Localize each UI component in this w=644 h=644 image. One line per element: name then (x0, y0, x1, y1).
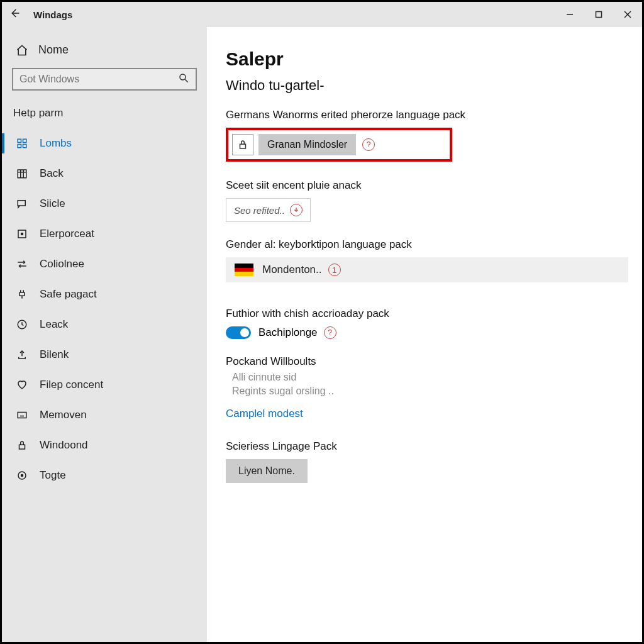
keyboard-language-row[interactable]: Mondenton.. 1 (226, 257, 628, 282)
calendar-icon (14, 168, 30, 179)
sidebar-item-label: Togte (40, 469, 66, 482)
sidebar: Nome Hetp parm Lombs Back Siicle (2, 27, 207, 642)
target-icon (14, 470, 30, 481)
section4-heading: Futhior with chish accrioaday pack (226, 308, 630, 320)
lock-icon (14, 440, 30, 451)
svg-rect-1 (596, 12, 602, 18)
maximize-button[interactable] (584, 2, 613, 27)
minimize-button[interactable] (555, 2, 584, 27)
home-button[interactable]: Nome (2, 40, 207, 63)
sidebar-item-siicle[interactable]: Siicle (2, 189, 207, 219)
sidebar-item-lombs[interactable]: Lombs (2, 128, 207, 158)
sidebar-item-label: Coliolnee (40, 258, 84, 270)
related-item[interactable]: Seo refited.. (226, 198, 311, 222)
search-icon (178, 72, 189, 86)
sidebar-section-header: Hetp parm (2, 102, 207, 128)
camplel-link[interactable]: Camplel modest (226, 408, 303, 420)
flag-de-icon (235, 264, 253, 276)
section3-heading: Gender al: keyborktipon language pack (226, 238, 630, 251)
section5-line2: Regints sugal orsling .. (232, 384, 630, 398)
related-label: Seo refited.. (234, 205, 285, 216)
sidebar-item-label: Siicle (40, 197, 65, 210)
clock-icon (14, 319, 30, 330)
sidebar-item-label: Elerporceat (40, 228, 94, 240)
section5-title: Pockand Willboults (226, 355, 630, 368)
page-subtitle: Windo tu-gartel- (226, 77, 630, 94)
sidebar-item-togte[interactable]: Togte (2, 460, 207, 491)
svg-rect-19 (18, 413, 26, 418)
sidebar-item-label: Windoond (40, 439, 88, 452)
svg-rect-14 (18, 201, 25, 206)
svg-rect-7 (23, 139, 26, 142)
highlighted-button[interactable]: Granan Mindosler (258, 134, 356, 155)
sidebar-item-leack[interactable]: Leack (2, 309, 207, 340)
liyen-button[interactable]: Liyen Nome. (226, 459, 308, 483)
svg-rect-6 (18, 139, 21, 142)
section6-title: Scieriess Lingage Pack (226, 440, 630, 453)
help-icon[interactable]: ? (324, 326, 336, 339)
plug-icon (14, 289, 30, 300)
home-icon (14, 44, 30, 57)
sidebar-item-label: Leack (40, 318, 68, 331)
highlighted-language-item[interactable]: Granan Mindosler ? (226, 128, 452, 162)
back-button[interactable] (2, 8, 27, 22)
svg-rect-27 (240, 144, 246, 148)
badge-icon: 1 (328, 264, 341, 276)
download-icon (290, 204, 303, 216)
svg-point-26 (21, 475, 23, 477)
chat-icon (14, 198, 30, 209)
sidebar-item-safe-pagact[interactable]: Safe pagact (2, 279, 207, 309)
sidebar-item-back[interactable]: Back (2, 158, 207, 189)
upload-icon (14, 349, 30, 360)
heart-icon (14, 379, 30, 391)
sidebar-item-label: Safe pagact (40, 288, 97, 301)
sidebar-item-memoven[interactable]: Memoven (2, 400, 207, 430)
svg-rect-24 (19, 445, 25, 449)
language-name: Mondenton.. (262, 264, 322, 276)
arrows-icon (14, 258, 30, 270)
sidebar-item-label: Filep concent (40, 379, 103, 391)
toggle-label: Bachiplonge (258, 326, 318, 339)
search-box[interactable] (12, 68, 197, 91)
section1-heading: Germans Wanorms erited pherorze language… (226, 109, 630, 121)
lock-icon (232, 134, 253, 155)
page-title: Salepr (226, 48, 630, 70)
square-dot-icon (14, 228, 30, 240)
sidebar-item-label: Memoven (40, 409, 87, 421)
help-icon[interactable]: ? (362, 138, 375, 151)
sidebar-item-coliolnee[interactable]: Coliolnee (2, 249, 207, 279)
sidebar-item-elerporceat[interactable]: Elerporceat (2, 219, 207, 249)
keyboard-icon (14, 409, 30, 421)
sidebar-item-label: Back (40, 167, 64, 180)
sidebar-item-label: Lombs (40, 137, 72, 150)
svg-rect-17 (19, 292, 25, 296)
svg-rect-8 (18, 145, 21, 148)
sidebar-item-filep-concent[interactable]: Filep concent (2, 370, 207, 400)
grid-icon (14, 138, 30, 149)
svg-point-16 (21, 233, 23, 235)
sidebar-item-windoond[interactable]: Windoond (2, 430, 207, 460)
section5-line1: Alli cinnute sid (232, 370, 630, 384)
svg-line-5 (185, 79, 188, 82)
close-button[interactable] (613, 2, 642, 27)
home-label: Nome (38, 43, 69, 57)
sidebar-item-label: Bilenk (40, 348, 69, 361)
window-title: Windags (33, 9, 72, 20)
svg-rect-10 (18, 170, 26, 178)
sidebar-item-bilenk[interactable]: Bilenk (2, 340, 207, 370)
section2-heading: Sceet siit encent pluie anack (226, 179, 630, 192)
svg-rect-9 (23, 145, 26, 148)
toggle-switch[interactable] (226, 326, 251, 339)
main-content: Salepr Windo tu-gartel- Germans Wanorms … (207, 27, 642, 642)
svg-point-4 (180, 74, 186, 80)
search-input[interactable] (19, 74, 178, 85)
